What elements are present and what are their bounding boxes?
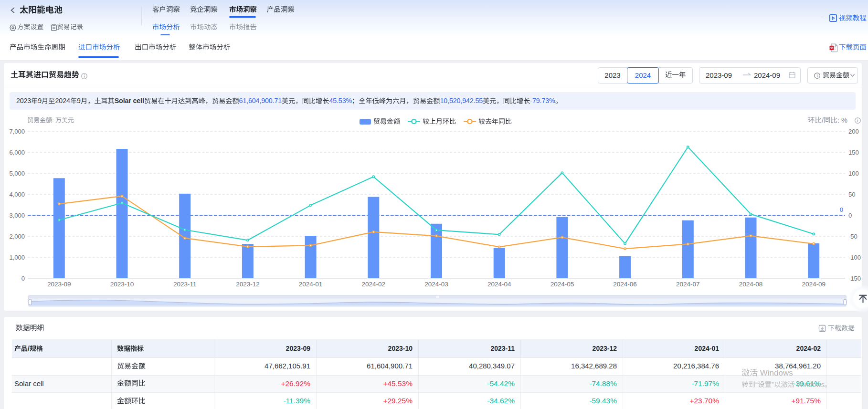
svg-text:2024-03: 2024-03	[424, 281, 448, 288]
svg-text:2024-01: 2024-01	[299, 281, 323, 288]
svg-text:-50: -50	[848, 233, 857, 240]
svg-text:1,000: 1,000	[9, 254, 25, 261]
svg-text:2023-09: 2023-09	[47, 281, 71, 288]
svg-text:-150: -150	[848, 275, 861, 282]
svg-text:2023-10: 2023-10	[110, 281, 134, 288]
svg-text:150: 150	[848, 149, 859, 156]
svg-text:2,000: 2,000	[9, 233, 25, 240]
svg-text:2024-08: 2024-08	[739, 281, 763, 288]
svg-text:0: 0	[840, 206, 843, 213]
svg-text:-100: -100	[848, 254, 861, 261]
svg-text:0: 0	[848, 212, 852, 219]
svg-text:2024-05: 2024-05	[550, 281, 574, 288]
svg-text:50: 50	[848, 191, 855, 198]
svg-text:100: 100	[848, 170, 859, 177]
svg-text:2023-11: 2023-11	[173, 281, 197, 288]
svg-text:0: 0	[21, 275, 25, 282]
svg-text:200: 200	[848, 128, 859, 135]
svg-text:5,000: 5,000	[9, 170, 25, 177]
svg-text:2024-02: 2024-02	[362, 281, 386, 288]
svg-text:6,000: 6,000	[9, 149, 25, 156]
svg-text:4,000: 4,000	[9, 191, 25, 198]
svg-text:3,000: 3,000	[9, 212, 25, 219]
svg-text:2024-09: 2024-09	[802, 281, 826, 288]
svg-text:2023-12: 2023-12	[236, 281, 260, 288]
svg-text:2024-04: 2024-04	[487, 281, 511, 288]
svg-text:2024-06: 2024-06	[613, 281, 637, 288]
svg-text:7,000: 7,000	[9, 128, 25, 135]
svg-text:2024-07: 2024-07	[676, 281, 700, 288]
